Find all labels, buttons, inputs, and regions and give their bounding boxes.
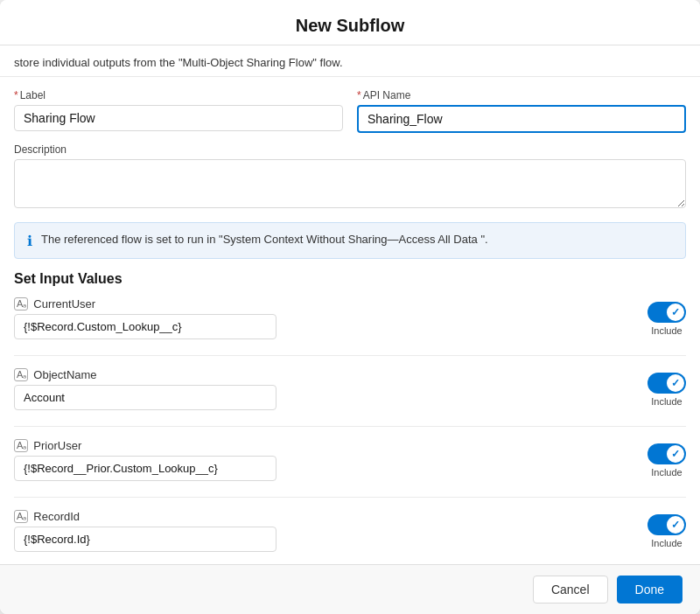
divider-1 (14, 355, 686, 356)
toggle-knob-prioruser: ✓ (667, 445, 684, 463)
toggle-group-recordid: ✓ Include (648, 514, 686, 548)
label-field-label: *Label (14, 89, 343, 101)
input-value-row-objectname: Aₐ ObjectName ✓ Include (14, 368, 686, 410)
toggle-group-currentuser: ✓ Include (648, 302, 686, 336)
input-value-row-currentuser: Aₐ CurrentUser ✓ Include (14, 297, 686, 339)
toggle-label-recordid: Include (651, 538, 682, 548)
label-group: *Label (14, 89, 343, 133)
form-section: *Label *API Name (0, 77, 700, 133)
field-value-objectname[interactable] (14, 385, 276, 410)
field-info-recordid: Aₐ RecordId (14, 510, 276, 552)
field-value-recordid[interactable] (14, 527, 276, 552)
cancel-button[interactable]: Cancel (533, 576, 608, 604)
toggle-check-prioruser: ✓ (671, 448, 680, 460)
api-name-required-star: * (357, 89, 361, 101)
field-name-objectname: ObjectName (33, 368, 96, 381)
description-group: Description (0, 143, 700, 222)
field-label-row-currentuser: Aₐ CurrentUser (14, 297, 276, 310)
info-icon: ℹ (27, 233, 32, 249)
api-name-group: *API Name (357, 89, 686, 133)
toggle-currentuser[interactable]: ✓ (648, 302, 686, 323)
info-banner: ℹ The referenced flow is set to run in "… (14, 222, 686, 259)
modal-dialog: New Subflow store individual outputs fro… (0, 0, 700, 614)
input-row-objectname: Aₐ ObjectName ✓ Include (14, 368, 686, 410)
input-row-recordid: Aₐ RecordId ✓ Include (14, 510, 686, 552)
divider-3 (14, 497, 686, 498)
toggle-prioruser[interactable]: ✓ (648, 443, 686, 464)
field-type-icon-recordid: Aₐ (14, 510, 28, 523)
toggle-label-currentuser: Include (651, 325, 682, 336)
toggle-knob-currentuser: ✓ (667, 304, 684, 321)
description-label: Description (14, 143, 686, 156)
toggle-label-objectname: Include (651, 396, 682, 407)
done-button[interactable]: Done (617, 576, 682, 604)
input-row-currentuser: Aₐ CurrentUser ✓ Include (14, 297, 686, 339)
toggle-check-currentuser: ✓ (671, 306, 680, 318)
divider-2 (14, 426, 686, 427)
set-input-section: Set Input Values Aₐ CurrentUser (0, 271, 700, 552)
toggle-knob-objectname: ✓ (667, 374, 684, 392)
toggle-group-objectname: ✓ Include (648, 373, 686, 407)
field-info-prioruser: Aₐ PriorUser (14, 439, 276, 481)
field-label-row-prioruser: Aₐ PriorUser (14, 439, 276, 452)
field-type-icon-objectname: Aₐ (14, 368, 28, 381)
field-info-objectname: Aₐ ObjectName (14, 368, 276, 410)
description-textarea[interactable] (14, 159, 686, 208)
input-value-row-prioruser: Aₐ PriorUser ✓ Include (14, 439, 686, 481)
toggle-check-recordid: ✓ (671, 519, 680, 531)
info-banner-text: The referenced flow is set to run in "Sy… (41, 232, 488, 248)
set-input-title: Set Input Values (14, 271, 686, 287)
modal-header: New Subflow (0, 0, 700, 45)
modal-footer: Cancel Done (0, 564, 700, 614)
field-name-prioruser: PriorUser (33, 439, 81, 452)
label-input[interactable] (14, 105, 343, 131)
field-value-currentuser[interactable] (14, 314, 276, 339)
description-text: store individual outputs from the "Multi… (0, 45, 700, 77)
toggle-label-prioruser: Include (651, 467, 682, 478)
modal-body: store individual outputs from the "Multi… (0, 45, 700, 564)
toggle-group-prioruser: ✓ Include (648, 443, 686, 478)
field-value-prioruser[interactable] (14, 456, 276, 481)
toggle-check-objectname: ✓ (671, 377, 680, 389)
field-type-icon-prioruser: Aₐ (14, 439, 28, 452)
api-name-input[interactable] (357, 105, 686, 133)
modal-title: New Subflow (21, 16, 679, 36)
field-label-row-objectname: Aₐ ObjectName (14, 368, 276, 381)
toggle-knob-recordid: ✓ (667, 516, 684, 534)
field-name-recordid: RecordId (33, 510, 80, 523)
api-name-field-label: *API Name (357, 89, 686, 101)
label-required-star: * (14, 89, 18, 101)
toggle-objectname[interactable]: ✓ (648, 373, 686, 394)
toggle-recordid[interactable]: ✓ (648, 514, 686, 535)
input-value-row-recordid: Aₐ RecordId ✓ Include (14, 510, 686, 552)
field-label-row-recordid: Aₐ RecordId (14, 510, 276, 523)
input-row-prioruser: Aₐ PriorUser ✓ Include (14, 439, 686, 481)
field-name-currentuser: CurrentUser (33, 297, 95, 310)
field-info-currentuser: Aₐ CurrentUser (14, 297, 276, 339)
field-type-icon-currentuser: Aₐ (14, 297, 28, 310)
form-row-label-api: *Label *API Name (14, 89, 686, 133)
